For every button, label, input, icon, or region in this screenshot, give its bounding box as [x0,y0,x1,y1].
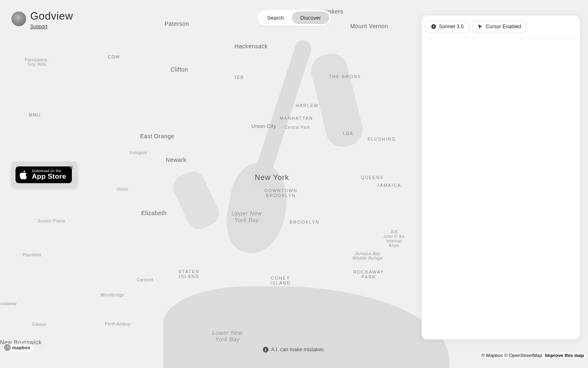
attrib-improve-link[interactable]: Improve this map [545,353,584,358]
disclaimer-text: A.I. can make mistakes. [271,347,325,352]
map-place-label: CONEYISLAND [270,276,291,285]
map-place-label: HARLEM [296,103,318,108]
map-place-label: Union City [252,123,276,129]
model-icon [431,24,437,29]
map-place-label: cataway [0,301,17,306]
map-place-label: DOWNTOWNBROOKLYN [264,188,297,198]
apple-icon [20,170,29,180]
map-place-label: JFKJohn F. KeInternatAirpo [383,230,405,248]
map-place-label: Paterson [165,20,189,27]
map-place-label: Plainfield [22,253,41,257]
brand-block: Godview Support [11,10,73,30]
map-place-label: ROCKAWAYPARK [353,269,384,279]
map-place-label: Mount Vernon [350,23,388,29]
map-place-label: THE BRONX [329,74,361,79]
attrib-mapbox-link[interactable]: © Mapbox [481,353,503,358]
map-place-label: MMU [29,112,40,117]
map-place-label: Woodbridge [100,293,125,297]
map-place-label: Edison [32,322,46,327]
map-place-label: Clifton [170,66,188,73]
side-panel: Sonnet 3.5 Cursor Enabled [421,16,580,339]
map-place-label: Parsippany-Troy Hills [25,58,49,67]
map-place-label: CDW [108,54,120,59]
map-place-label: Carteret [137,278,153,282]
close-icon[interactable]: × [70,164,74,171]
map-place-label: FLUSHING [368,137,396,141]
map-place-label: LGA [343,131,353,136]
map-attribution: © Mapbox © OpenStreetMap Improve this ma… [480,352,586,358]
cursor-icon [477,24,483,29]
appstore-big-text: App Store [32,173,66,181]
mapbox-icon [4,344,11,351]
map-place-label: Central Park [285,125,310,130]
map-place-label: Jamaica BayWildlife Refuge [352,251,383,260]
attrib-osm-link[interactable]: © OpenStreetMap [504,353,542,358]
app-title: Godview [30,10,73,22]
model-label: Sonnet 3.5 [439,24,463,29]
map-place-label: Perth Amboy [105,322,131,326]
map-place-label: Scotch Plains [38,219,65,223]
side-panel-header: Sonnet 3.5 Cursor Enabled [421,16,580,38]
support-link[interactable]: Support [30,24,47,29]
map-place-label: BROOKLYN [290,220,320,224]
map-place-label: QUEENS [361,175,384,180]
map-place-label: East Orange [140,133,174,139]
model-selector[interactable]: Sonnet 3.5 [425,20,469,33]
app-logo[interactable] [11,11,26,26]
map-place-label: MANHATTAN [280,116,313,121]
map-place-label: Hackensack [234,43,267,49]
map-place-label: Elizabeth [141,210,167,216]
map-place-label: STATENISLAND [178,269,200,279]
map-place-label: JAMAICA [377,183,401,188]
tab-discover[interactable]: Discover [292,11,329,24]
cursor-toggle[interactable]: Cursor Enabled [472,20,526,33]
side-panel-body [421,38,580,339]
map-place-label: Lower NewYork Bay [212,330,243,343]
info-icon: i [263,347,269,352]
tab-search[interactable]: Search [259,11,292,24]
svg-point-2 [7,347,9,348]
appstore-promo: × Download on the App Store [11,162,78,188]
mapbox-logo[interactable]: mapbox [2,343,33,352]
map-place-label: Union [117,187,129,191]
mapbox-text: mapbox [12,345,30,350]
ai-disclaimer: i A.I. can make mistakes. [263,347,325,352]
cursor-label: Cursor Enabled [486,24,521,29]
map-place-label: Irvington [130,150,147,155]
map-place-label: Upper NewYork Bay [232,210,262,223]
map-place-label: Newark [166,157,186,163]
appstore-button[interactable]: Download on the App Store [16,166,72,183]
map-place-label: New York [255,173,289,182]
map-place-label: TEB [234,75,244,80]
mode-segmented-control: Search Discover [257,10,331,26]
